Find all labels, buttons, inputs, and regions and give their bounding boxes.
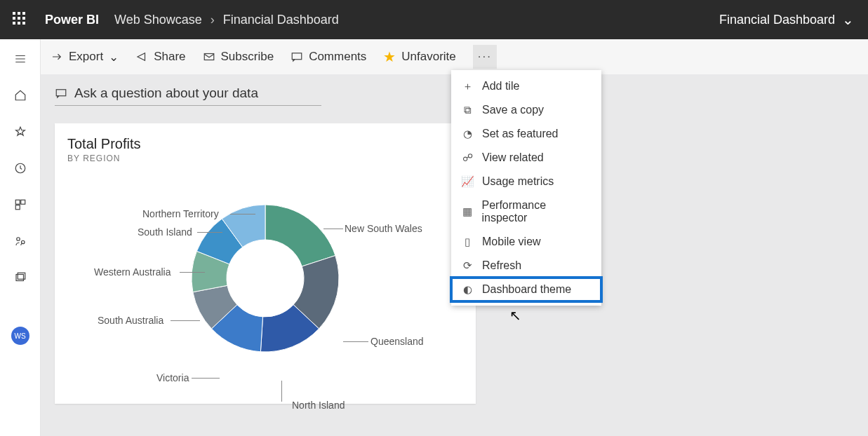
donut-svg	[185, 198, 346, 359]
qna-input[interactable]: Ask a question about your data	[55, 86, 321, 106]
refresh-icon: ⟳	[461, 259, 474, 272]
recent-icon[interactable]	[12, 160, 29, 177]
action-toolbar: Export ⌄ Share Subscribe Comments ★ Unfa…	[41, 39, 868, 74]
menu-dashboard-theme[interactable]: ◐ Dashboard theme	[451, 278, 601, 301]
brand-label: Power BI	[45, 13, 99, 27]
donut-slice[interactable]	[265, 205, 335, 266]
menu-label: Save a copy	[482, 104, 544, 116]
svg-rect-6	[16, 275, 24, 281]
plus-icon: ＋	[461, 80, 474, 93]
menu-performance[interactable]: ▦ Performance inspector	[451, 193, 601, 230]
chart-label-wa: Western Australia	[94, 266, 171, 278]
breadcrumb-current: Financial Dashboard	[223, 13, 339, 27]
svg-rect-9	[292, 53, 302, 60]
menu-label: Set as featured	[482, 128, 559, 140]
svg-rect-2	[20, 200, 25, 204]
menu-view-related[interactable]: ☍ View related	[451, 146, 601, 170]
header-title: Financial Dashboard	[719, 13, 835, 27]
svg-rect-3	[15, 205, 20, 210]
related-icon: ☍	[461, 151, 474, 164]
menu-save-copy[interactable]: ⧉ Save a copy	[451, 98, 601, 122]
star-icon[interactable]	[12, 123, 29, 140]
apps-icon[interactable]	[12, 196, 29, 213]
qna-placeholder: Ask a question about your data	[74, 86, 258, 101]
unfavorite-button[interactable]: ★ Unfavorite	[383, 48, 455, 65]
chart-label-nsw: New South Wales	[345, 223, 422, 234]
home-icon[interactable]	[12, 87, 29, 104]
chevron-right-icon: ›	[211, 13, 215, 27]
more-menu: ＋ Add tile ⧉ Save a copy ◔ Set as featur…	[451, 70, 601, 306]
tile-total-profits[interactable]: Total Profits BY REGION New South Wales …	[55, 123, 476, 404]
featured-icon: ◔	[461, 128, 474, 140]
share-button[interactable]: Share	[135, 50, 185, 64]
menu-label: Refresh	[482, 259, 521, 272]
svg-rect-1	[15, 200, 20, 204]
metrics-icon: 📈	[461, 175, 474, 188]
chart-label-ni: North Island	[292, 400, 345, 411]
chevron-down-icon: ⌄	[109, 50, 119, 64]
chart-label-nt: Northern Territory	[142, 208, 219, 219]
app-launcher-icon[interactable]	[13, 12, 28, 27]
subscribe-button[interactable]: Subscribe	[203, 50, 274, 64]
breadcrumb-workspace[interactable]: Web Showcase	[114, 13, 202, 27]
svg-point-4	[16, 238, 20, 241]
tile-subtitle: BY REGION	[67, 154, 463, 163]
menu-label: Mobile view	[482, 236, 541, 248]
svg-rect-8	[204, 54, 214, 60]
export-button[interactable]: Export ⌄	[51, 50, 119, 64]
star-filled-icon: ★	[383, 48, 396, 65]
top-header: Power BI Web Showcase › Financial Dashbo…	[0, 0, 868, 39]
chart-label-qld: Queensland	[370, 336, 424, 347]
menu-label: Usage metrics	[482, 175, 554, 188]
more-button[interactable]: ···	[473, 45, 497, 69]
tile-title: Total Profits	[67, 136, 463, 152]
svg-rect-7	[18, 273, 25, 279]
export-label: Export	[69, 50, 103, 64]
menu-label: Performance inspector	[482, 199, 592, 224]
menu-usage-metrics[interactable]: 📈 Usage metrics	[451, 170, 601, 193]
subscribe-label: Subscribe	[221, 50, 274, 64]
copy-icon: ⧉	[461, 104, 474, 116]
avatar[interactable]: WS	[11, 327, 29, 345]
menu-mobile-view[interactable]: ▯ Mobile view	[451, 230, 601, 254]
inspector-icon: ▦	[461, 205, 474, 218]
menu-set-featured[interactable]: ◔ Set as featured	[451, 122, 601, 146]
chart-label-vic: Victoria	[156, 372, 189, 383]
left-nav: WS	[0, 39, 41, 436]
chart-label-si: South Island	[138, 226, 192, 238]
chevron-down-icon[interactable]: ⌄	[842, 11, 854, 28]
menu-label: Dashboard theme	[482, 283, 571, 296]
menu-refresh[interactable]: ⟳ Refresh	[451, 254, 601, 278]
menu-label: Add tile	[482, 80, 519, 93]
shared-icon[interactable]	[12, 233, 29, 250]
mobile-icon: ▯	[461, 236, 474, 248]
hamburger-icon[interactable]	[12, 50, 29, 67]
chart-label-sa: South Australia	[98, 315, 163, 326]
menu-add-tile[interactable]: ＋ Add tile	[451, 74, 601, 98]
comments-button[interactable]: Comments	[291, 50, 366, 64]
header-right[interactable]: Financial Dashboard ⌄	[719, 11, 854, 28]
share-label: Share	[154, 50, 185, 64]
menu-label: View related	[482, 151, 544, 164]
unfavorite-label: Unfavorite	[401, 50, 455, 64]
theme-icon: ◐	[461, 283, 474, 296]
workspaces-icon[interactable]	[12, 269, 29, 286]
donut-chart: New South Wales Queensland North Island …	[67, 163, 463, 393]
comments-label: Comments	[309, 50, 366, 64]
svg-rect-10	[56, 90, 66, 96]
